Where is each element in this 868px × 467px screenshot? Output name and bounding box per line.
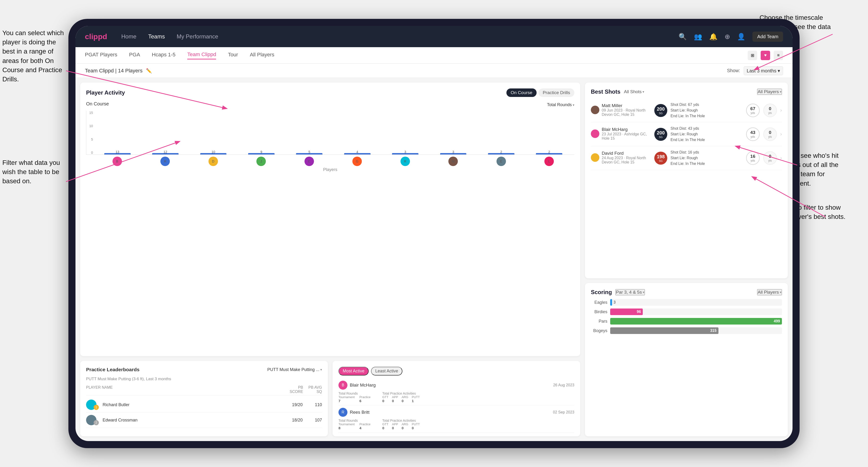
left-panel: Player Activity On Course Practice Drill… xyxy=(80,83,580,436)
score-chart: Eagles 3 Birdies 96 xyxy=(591,299,782,334)
all-shots-filter[interactable]: All Shots ▾ xyxy=(624,89,644,94)
top-nav: clippd Home Teams My Performance 🔍 👥 🔔 ⊕… xyxy=(75,26,793,47)
player-avatar-8[interactable]: M xyxy=(448,157,458,166)
player-avatar-7[interactable]: R xyxy=(401,157,410,166)
tab-tour[interactable]: Tour xyxy=(228,52,238,59)
lb-name-1: Richard Butler xyxy=(102,402,283,407)
score-bar-eagles xyxy=(610,299,612,306)
chart-controls: On Course Total Rounds ▾ xyxy=(86,101,574,108)
ap-arg-1: ARG0 xyxy=(402,395,408,403)
shot-stat-unit-1: yds xyxy=(750,111,755,115)
bar-group-10[interactable]: 2 xyxy=(525,150,573,154)
show-dropdown[interactable]: Last 3 months ▾ xyxy=(744,66,783,75)
shot-stats-2: 43 yds 0 yls xyxy=(746,127,777,141)
shot-stat-zero-2: 0 yls xyxy=(763,127,777,141)
users-icon[interactable]: 👥 xyxy=(694,33,702,40)
all-players-filter-scoring[interactable]: All Players ▾ xyxy=(757,289,782,295)
user-avatar-icon[interactable]: 👤 xyxy=(737,33,745,40)
least-active-tab[interactable]: Least Active xyxy=(371,367,402,375)
shot-player-info-3: David Ford 24 Aug 2023 · Royal North Dev… xyxy=(591,151,651,165)
player-avatar-4[interactable]: J xyxy=(256,157,266,166)
bar-group-1[interactable]: 13 xyxy=(93,150,141,154)
nav-teams[interactable]: Teams xyxy=(148,33,165,40)
tab-pga[interactable]: PGA xyxy=(129,52,140,59)
ap-tourn-1: Tournament7 xyxy=(338,395,355,403)
search-icon[interactable]: 🔍 xyxy=(679,33,687,40)
shot-stat-val-zero-3: 0 xyxy=(769,154,771,159)
shot-stat-unit-zero-1: yls xyxy=(768,111,772,115)
lb-name-2: Edward Crossman xyxy=(102,418,283,423)
practice-drills-toggle[interactable]: Practice Drills xyxy=(538,88,574,97)
shot-detail-end-1: End Lie: In The Hole xyxy=(671,113,743,119)
list-view-btn[interactable]: ≡ xyxy=(774,51,783,60)
bar-group-7[interactable]: 3 xyxy=(381,150,429,154)
bar-group-4[interactable]: 9 xyxy=(237,150,285,154)
score-row-pars: Pars 499 xyxy=(591,318,782,324)
total-rounds-dropdown[interactable]: Total Rounds ▾ xyxy=(547,102,574,107)
shot-stat-val-zero-2: 0 xyxy=(769,130,771,135)
bar-group-9[interactable]: 2 xyxy=(477,150,525,154)
player-avatar-10[interactable]: L xyxy=(545,157,554,166)
shot-stat-val-2: 43 xyxy=(750,130,755,135)
shot-badge-label-3: SG xyxy=(659,159,662,162)
player-avatar-5[interactable]: E xyxy=(305,157,314,166)
tab-team-clippd[interactable]: Team Clippd xyxy=(187,52,216,59)
ap-rounds-2: Total Rounds Tournament8 Practice4 xyxy=(338,418,371,430)
ap-gtt-2: GTT0 xyxy=(382,423,389,430)
on-course-toggle[interactable]: On Course xyxy=(506,88,536,97)
tab-hcaps[interactable]: Hcaps 1-5 xyxy=(152,52,176,59)
shot-detail-start-2: Start Lie: Rough xyxy=(671,131,743,137)
shot-stats-1: 67 yds 0 yls xyxy=(746,103,777,117)
ap-avatar-2: R xyxy=(338,408,347,417)
tab-pgat-players[interactable]: PGAT Players xyxy=(85,52,117,59)
player-avatar-6[interactable]: G xyxy=(352,157,362,166)
shot-row-3[interactable]: David Ford 24 Aug 2023 · Royal North Dev… xyxy=(591,146,782,170)
ap-gtt-1: GTT0 xyxy=(382,395,389,403)
player-avatar-1[interactable]: B xyxy=(113,157,122,166)
active-player-1: B Blair McHarg 26 Aug 2023 Total Rounds … xyxy=(338,378,574,405)
tab-all-players[interactable]: All Players xyxy=(250,52,274,59)
ap-name-2: Rees Britt xyxy=(350,410,553,415)
shot-badge-2: 200 SG xyxy=(654,128,667,141)
add-team-button[interactable]: Add Team xyxy=(752,32,783,42)
lb-row-1[interactable]: 1 Richard Butler 19/20 110 xyxy=(86,397,322,412)
most-active-card: Most Active Least Active B Blair McHarg … xyxy=(333,361,580,436)
player-avatar-3[interactable]: D xyxy=(209,157,218,166)
nav-home[interactable]: Home xyxy=(121,33,136,40)
bar-group-3[interactable]: 10 xyxy=(189,150,237,154)
heart-view-btn[interactable]: ♥ xyxy=(761,51,770,60)
shot-row-2[interactable]: Blair McHarg 23 Jul 2023 · Ashridge GC, … xyxy=(591,122,782,146)
grid-view-btn[interactable]: ⊞ xyxy=(748,51,757,60)
practice-subtitle: PUTT Must Make Putting (3-6 ft), Last 3 … xyxy=(86,377,322,381)
shot-detail-start-1: Start Lie: Rough xyxy=(671,107,743,113)
par-filter[interactable]: Par 3, 4 & 5s ▾ xyxy=(615,289,645,295)
ap-practice-activities-2: Total Practice Activities GTT0 APP0 ARG0… xyxy=(382,418,420,430)
player-avatar-9[interactable]: E xyxy=(497,157,506,166)
shot-avatar-3 xyxy=(591,153,599,162)
edit-team-icon[interactable]: ✏️ xyxy=(146,68,152,73)
plus-circle-icon[interactable]: ⊕ xyxy=(724,33,730,40)
shot-row-1[interactable]: Matt Miller 09 Jun 2023 · Royal North De… xyxy=(591,99,782,122)
all-players-filter-shots[interactable]: All Players ▾ xyxy=(757,89,782,95)
practice-leaderboards-card: Practice Leaderboards PUTT Must Make Put… xyxy=(80,361,328,436)
bar-group-2[interactable]: 12 xyxy=(141,150,189,154)
bs-header: Best Shots All Shots ▾ All Players ▾ xyxy=(591,88,782,95)
score-val-eagles: 3 xyxy=(614,300,616,305)
shot-badge-num-1: 200 xyxy=(657,106,665,112)
bar-chart: 0 5 10 15 13 12 xyxy=(86,111,574,172)
bar-group-6[interactable]: 4 xyxy=(333,150,381,154)
nav-my-performance[interactable]: My Performance xyxy=(177,33,218,40)
practice-dropdown[interactable]: PUTT Must Make Putting ... ▾ xyxy=(267,367,322,372)
lb-col-avg: PB AVG SQ xyxy=(303,385,322,394)
shot-detail-dist-1: Shot Dist: 67 yds xyxy=(671,102,743,107)
player-avatar-2[interactable]: R xyxy=(160,157,170,166)
lb-row-2[interactable]: 2 Edward Crossman 18/20 107 xyxy=(86,412,322,428)
bell-icon[interactable]: 🔔 xyxy=(709,33,717,40)
ap-prac-1: Practice6 xyxy=(360,395,371,403)
bar-group-5[interactable]: 5 xyxy=(285,150,333,154)
annotation-player-select: You can select which player is doing the… xyxy=(2,28,68,84)
ap-pa-label-1: Total Practice Activities xyxy=(382,392,420,395)
bar-group-8[interactable]: 3 xyxy=(429,150,477,154)
most-active-tab[interactable]: Most Active xyxy=(338,367,369,375)
ap-date-2: 02 Sep 2023 xyxy=(553,410,574,414)
